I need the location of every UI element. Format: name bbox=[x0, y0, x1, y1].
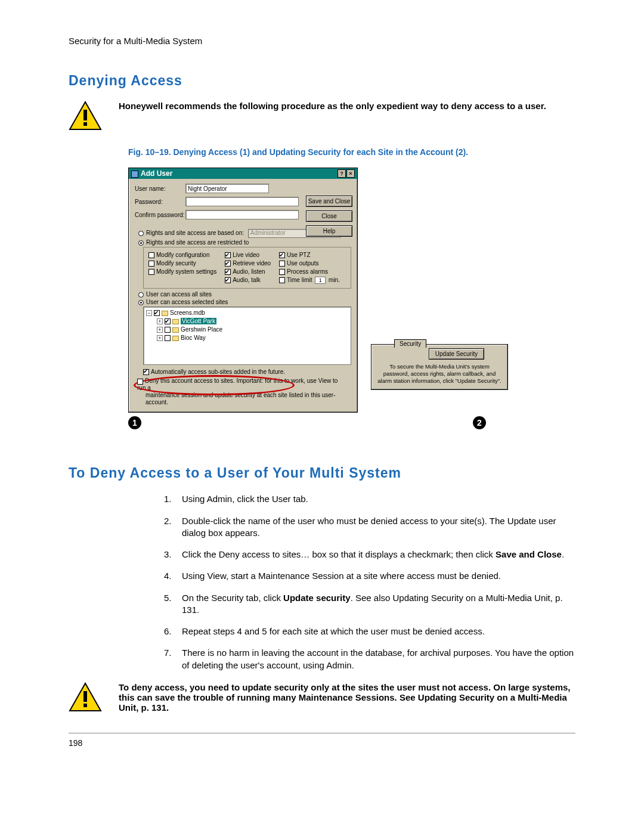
close-button[interactable]: Close bbox=[306, 210, 352, 222]
username-label: User name: bbox=[135, 185, 185, 192]
step-1: Using Admin, click the User tab. bbox=[164, 493, 575, 505]
tree-gershwin: Gershwin Place bbox=[181, 326, 222, 333]
section-title-to-deny: To Deny Access to a User of Your Multi S… bbox=[69, 465, 575, 481]
running-header: Security for a Multi-Media System bbox=[69, 36, 575, 46]
figure-caption: Fig. 10–19. Denying Access (1) and Updat… bbox=[128, 147, 575, 157]
password-input[interactable] bbox=[185, 197, 299, 206]
tree-bioc: Bioc Way bbox=[181, 335, 206, 341]
chk-auto-access[interactable]: Automatically access sub-sites added in … bbox=[151, 368, 285, 375]
username-input[interactable] bbox=[185, 184, 269, 193]
deny-access-checkbox-area[interactable]: Deny this account access to sites. Impor… bbox=[137, 377, 348, 406]
svg-rect-5 bbox=[83, 704, 87, 707]
chk-audio-talk[interactable]: Audio, talk bbox=[233, 277, 261, 283]
warning-icon bbox=[69, 101, 102, 131]
chk-use-ptz[interactable]: Use PTZ bbox=[287, 252, 310, 258]
update-security-button[interactable]: Update Security bbox=[429, 348, 484, 360]
radio-selected-sites[interactable]: User can access selected sites bbox=[138, 299, 351, 305]
svg-rect-2 bbox=[83, 122, 87, 126]
step-6: Repeat steps 4 and 5 for each site at wh… bbox=[164, 625, 575, 637]
radio-all-sites[interactable]: User can access all sites bbox=[138, 291, 351, 298]
security-tab[interactable]: Security bbox=[394, 339, 426, 348]
chk-audio-listen[interactable]: Audio, listen bbox=[233, 268, 265, 275]
dialog-close-button[interactable]: × bbox=[346, 169, 355, 178]
page-number: 198 bbox=[69, 738, 575, 748]
save-and-close-button[interactable]: Save and Close bbox=[306, 196, 352, 207]
step-3: Click the Deny access to sites… box so t… bbox=[164, 549, 575, 561]
step-4: Using View, start a Maintenance Session … bbox=[164, 570, 575, 582]
chk-modify-config[interactable]: Modify configuration bbox=[156, 252, 210, 258]
footer-rule bbox=[69, 733, 575, 733]
time-limit-spinner[interactable]: 1 bbox=[315, 277, 326, 284]
security-note: To secure the Multi-Media Unit's system … bbox=[376, 363, 503, 385]
confirm-password-input[interactable] bbox=[185, 210, 299, 219]
confirm-password-label: Confirm password: bbox=[135, 212, 185, 218]
steps-list: Using Admin, click the User tab. Double-… bbox=[164, 493, 575, 671]
step-2: Double-click the name of the user who mu… bbox=[164, 515, 575, 540]
chk-live-video[interactable]: Live video bbox=[233, 252, 259, 258]
step-7: There is no harm in leaving the account … bbox=[164, 647, 575, 671]
password-label: Password: bbox=[135, 199, 185, 205]
chk-modify-system[interactable]: Modify system settings bbox=[156, 268, 216, 275]
svg-rect-4 bbox=[83, 691, 87, 702]
dialog-title: Add User bbox=[131, 169, 172, 178]
warning-icon bbox=[69, 682, 102, 712]
chk-retrieve-video[interactable]: Retrieve video bbox=[233, 260, 271, 267]
warning-text-1: Honeywell recommends the following proce… bbox=[119, 101, 546, 111]
callout-2-icon: 2 bbox=[473, 416, 486, 429]
svg-rect-1 bbox=[83, 110, 87, 120]
add-user-dialog: Add User ? × Save and Close Close Help U… bbox=[128, 168, 358, 413]
chk-process-alarms[interactable]: Process alarms bbox=[287, 268, 328, 275]
radio-restricted-to[interactable]: Rights and site access are restricted to bbox=[138, 239, 351, 246]
section-title-denying-access: Denying Access bbox=[69, 73, 575, 89]
callout-1-icon: 1 bbox=[128, 416, 141, 429]
chk-use-outputs[interactable]: Use outputs bbox=[287, 260, 318, 267]
security-panel: Security Update Security To secure the M… bbox=[371, 344, 508, 390]
help-button[interactable]: Help bbox=[306, 225, 352, 237]
chk-time-limit[interactable]: Time limit bbox=[287, 277, 312, 283]
chk-modify-security[interactable]: Modify security bbox=[156, 260, 196, 267]
sites-tree[interactable]: −Screens.mdb +VicGott Park +Gershwin Pla… bbox=[143, 306, 351, 365]
dialog-help-button[interactable]: ? bbox=[338, 169, 346, 178]
warning-text-2: To deny access, you need to update secur… bbox=[119, 682, 575, 713]
tree-vicgott: VicGott Park bbox=[181, 318, 216, 324]
rights-group: Modify configuration Modify security Mod… bbox=[143, 247, 351, 289]
step-5: On the Security tab, click Update securi… bbox=[164, 592, 575, 617]
